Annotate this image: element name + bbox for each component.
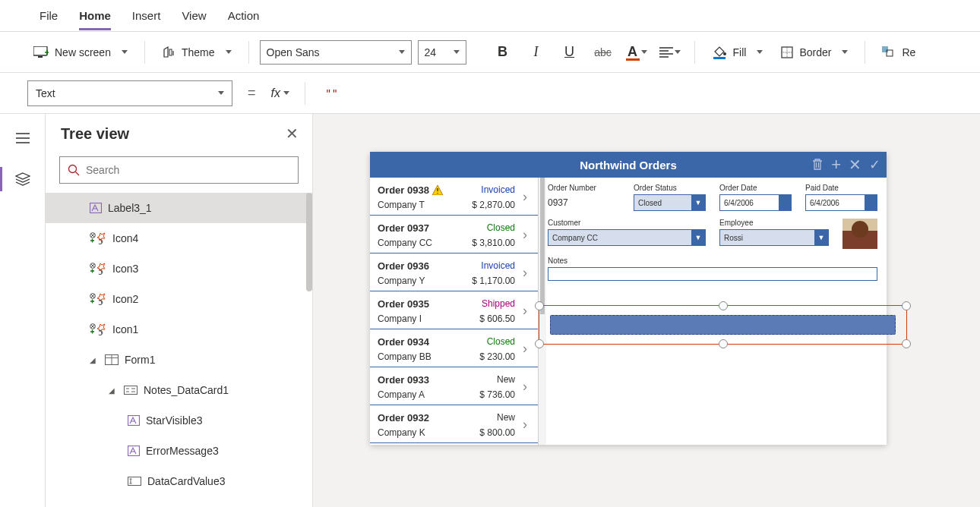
customer-select[interactable]: Company CC ▼: [548, 229, 706, 246]
tree-node-icon3[interactable]: Icon3: [46, 254, 312, 284]
tree-node-label: ErrorMessage3: [146, 445, 219, 457]
chevron-down-icon: ▼: [814, 230, 828, 245]
menu-insert[interactable]: Insert: [122, 0, 172, 32]
chevron-down-icon: ▼: [691, 230, 705, 245]
svg-rect-15: [125, 386, 138, 395]
selected-label-control[interactable]: [550, 315, 896, 335]
order-list[interactable]: Order 0938 InvoicedCompany T$ 2,870.00›O…: [370, 178, 539, 445]
order-list-item[interactable]: Order 0936 InvoicedCompany Y$ 1,170.00›: [370, 254, 538, 291]
fx-button[interactable]: fx: [271, 87, 289, 100]
layers-icon: [15, 172, 30, 186]
menu-view[interactable]: View: [171, 0, 217, 32]
tree-node-errormessage[interactable]: ErrorMessage3: [46, 436, 312, 466]
order-list-item[interactable]: Order 0938 InvoicedCompany T$ 2,870.00›: [370, 178, 538, 216]
chevron-down-icon: [399, 50, 405, 54]
paid-date-input[interactable]: 6/4/2006: [805, 194, 877, 211]
svg-point-8: [69, 165, 77, 173]
fill-label: Fill: [733, 46, 747, 58]
tree-node-starvisible[interactable]: StarVisible3: [46, 405, 312, 436]
resize-handle[interactable]: [535, 301, 544, 310]
order-list-item[interactable]: Order 0935 ShippedCompany I$ 606.50›: [370, 291, 538, 329]
reorder-icon: [882, 46, 896, 58]
tree-node-icon4[interactable]: Icon4: [46, 223, 312, 254]
tree-close-button[interactable]: ✕: [286, 124, 299, 143]
italic-button[interactable]: I: [523, 39, 550, 66]
tree-node-form1[interactable]: ◢ Form1: [46, 345, 312, 375]
resize-handle[interactable]: [902, 301, 911, 310]
customer-label: Customer: [548, 219, 706, 227]
left-rail: [0, 114, 46, 507]
tree-node-icon1[interactable]: Icon1: [46, 314, 312, 345]
order-company: Company CC: [378, 238, 469, 248]
font-size-select[interactable]: 24: [418, 40, 466, 65]
tree-node-label: StarVisible3: [146, 414, 202, 427]
tree-search[interactable]: [59, 156, 299, 184]
tree-search-input[interactable]: [86, 164, 290, 176]
tree-list: Label3_1 Icon4 Icon3 Icon2 Icon1: [46, 193, 312, 507]
bold-button[interactable]: B: [489, 39, 517, 66]
hamburger-button[interactable]: [9, 124, 36, 152]
selection-box[interactable]: [539, 305, 907, 345]
border-button[interactable]: Border: [775, 43, 854, 61]
order-id: Order 0932: [378, 412, 476, 424]
order-list-item[interactable]: Order 0932 NewCompany K$ 800.00›: [370, 405, 538, 443]
strikethrough-button[interactable]: abc: [590, 39, 617, 66]
label-icon: [128, 446, 140, 456]
tree-node-label: Icon2: [112, 293, 138, 305]
theme-label: Theme: [182, 46, 215, 58]
notes-input[interactable]: [548, 267, 877, 281]
font-size-value: 24: [425, 46, 437, 58]
order-list-item[interactable]: Order 0934 ClosedCompany BB$ 230.00›: [370, 329, 538, 367]
tree-node-notes-datacard[interactable]: ◢ Notes_DataCard1: [46, 375, 312, 405]
order-status-label: Order Status: [634, 184, 706, 192]
check-icon[interactable]: ✓: [869, 156, 880, 173]
tree-node-icon2[interactable]: Icon2: [46, 284, 312, 314]
tree-node-label3-1[interactable]: Label3_1: [46, 193, 312, 223]
new-screen-button[interactable]: New screen: [27, 43, 134, 61]
order-status-select[interactable]: Closed ▼: [634, 194, 706, 211]
new-screen-icon: [33, 46, 49, 58]
strikethrough-icon: abc: [594, 46, 612, 58]
tree-view-rail-button[interactable]: [9, 165, 36, 193]
label-icon: [128, 415, 140, 426]
order-id: Order 0938: [378, 184, 469, 196]
bold-icon: B: [498, 44, 507, 60]
order-date-input[interactable]: 6/4/2006: [719, 194, 792, 211]
menu-home[interactable]: Home: [68, 0, 122, 32]
tree-scrollbar-thumb[interactable]: [306, 193, 312, 291]
resize-handle[interactable]: [719, 301, 728, 310]
align-button[interactable]: [656, 39, 684, 66]
font-color-button[interactable]: A: [623, 39, 650, 66]
trash-icon[interactable]: [811, 159, 824, 171]
menu-action[interactable]: Action: [217, 0, 270, 32]
resize-handle[interactable]: [719, 339, 728, 348]
text-input-icon: [128, 477, 141, 486]
tree-node-datacardvalue[interactable]: DataCardValue3: [46, 466, 312, 496]
expand-arrow-icon[interactable]: ◢: [90, 356, 99, 364]
property-selector[interactable]: Text: [27, 80, 232, 106]
resize-handle[interactable]: [535, 339, 544, 348]
order-list-item[interactable]: Order 0937 ClosedCompany CC$ 3,810.00›: [370, 216, 538, 254]
font-family-select[interactable]: Open Sans: [260, 40, 412, 65]
order-company: Company A: [378, 389, 476, 400]
add-icon[interactable]: +: [831, 155, 841, 175]
resize-handle[interactable]: [902, 339, 911, 348]
menu-file[interactable]: File: [29, 0, 68, 32]
notes-label: Notes: [548, 257, 877, 265]
order-list-item[interactable]: Order 0933 NewCompany A$ 736.00›: [370, 367, 538, 405]
theme-button[interactable]: Theme: [156, 43, 238, 61]
underline-button[interactable]: U: [556, 39, 583, 66]
cancel-icon[interactable]: ✕: [849, 156, 861, 174]
new-screen-label: New screen: [55, 46, 111, 58]
formula-input[interactable]: [321, 80, 953, 106]
form-icon: [105, 354, 119, 365]
chevron-down-icon: ▼: [691, 195, 705, 210]
employee-select[interactable]: Rossi ▼: [719, 229, 829, 246]
chevron-down-icon: [283, 91, 289, 95]
order-amount: $ 3,810.00: [472, 238, 515, 248]
expand-arrow-icon[interactable]: ◢: [109, 386, 118, 395]
order-amount: $ 230.00: [479, 351, 515, 362]
align-icon: [659, 47, 673, 58]
reorder-button[interactable]: Re: [876, 43, 922, 61]
fill-button[interactable]: Fill: [706, 43, 770, 62]
